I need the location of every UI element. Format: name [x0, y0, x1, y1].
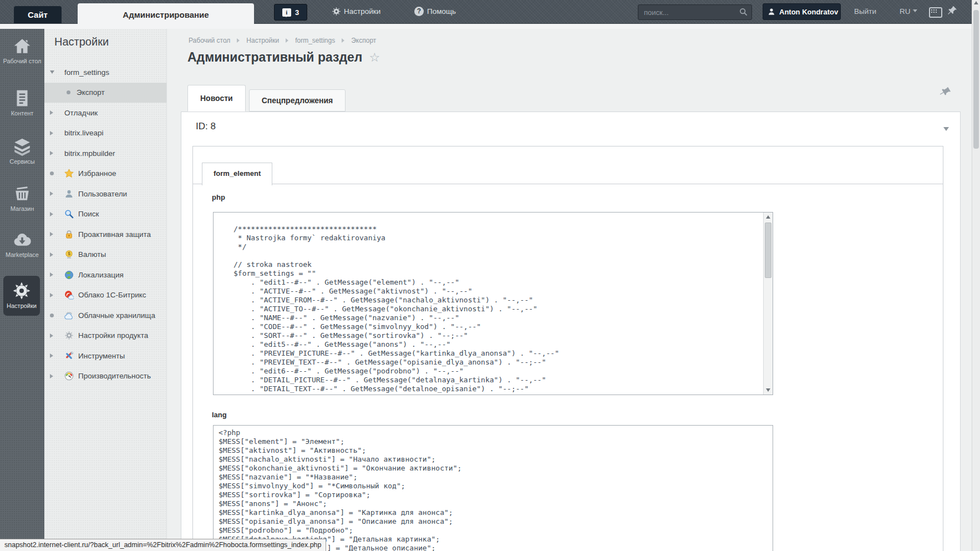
tree-item-label: Облако 1С-Битрикс [78, 291, 146, 299]
tree-item-производительность[interactable]: Производительность [44, 366, 166, 387]
currency-icon: $ [64, 250, 74, 259]
rail-item-4[interactable]: Marketplace [0, 230, 44, 259]
tree-collapsed-arrow-icon [50, 131, 64, 135]
gear-icon [332, 7, 341, 16]
search-box [638, 4, 752, 20]
record-id: ID: 8 [196, 121, 216, 132]
admin-tab[interactable]: Администрирование [78, 3, 254, 29]
lang-field-label: lang [212, 411, 227, 419]
speedometer-icon [64, 371, 74, 381]
tree-collapsed-arrow-icon [50, 272, 64, 277]
content-icon [0, 89, 44, 108]
tree-item-настройки-продукта[interactable]: Настройки продукта [44, 326, 166, 346]
tree-item-label: Пользователи [78, 190, 127, 198]
rail-item-label: Marketplace [0, 251, 44, 259]
scroll-up-icon[interactable] [972, 1, 980, 4]
scroll-down-icon[interactable] [764, 386, 773, 395]
page-scrollbar[interactable] [972, 0, 980, 551]
favorite-star-icon[interactable]: ☆ [369, 50, 380, 64]
tab-новости[interactable]: Новости [187, 85, 246, 112]
rail-item-2[interactable]: Сервисы [0, 137, 44, 165]
tree-item-label: Локализация [78, 271, 124, 279]
rail-item-settings[interactable]: Настройки [3, 276, 40, 316]
keyboard-icon[interactable] [929, 7, 942, 18]
browser-status-url: snapshot2.internet-client.ru/?back_url_a… [0, 539, 326, 551]
user-name: Anton Kondratov [779, 8, 838, 16]
chevron-down-icon [913, 9, 917, 14]
tree-collapsed-arrow-icon [50, 353, 64, 358]
tree-bullet-icon [67, 90, 77, 94]
php-code-textarea[interactable]: /******************************** * Nast… [213, 212, 773, 395]
breadcrumb-item[interactable]: form_settings [295, 37, 335, 44]
tab-content-card: ID: 8 form_element php /****************… [181, 112, 961, 551]
scroll-up-icon[interactable] [764, 213, 773, 221]
tree-collapsed-arrow-icon [50, 232, 64, 236]
tree-item-облако-1с-битрикс[interactable]: Облако 1С-Битрикс [44, 285, 166, 306]
logout-link[interactable]: Выйти [854, 7, 876, 16]
breadcrumb-separator-icon [342, 38, 344, 43]
tree-item-label: bitrix.liveapi [64, 129, 104, 137]
breadcrumb-item[interactable]: Настройки [246, 37, 279, 44]
tree-item-локализация[interactable]: Локализация [44, 265, 166, 285]
tab-form-element[interactable]: form_element [202, 163, 272, 185]
rail-item-label: Сервисы [0, 158, 44, 165]
settings-tree-panel: Настройки form_settingsЭкспортОтладчикbi… [44, 29, 167, 551]
tree-bullet-icon [50, 314, 64, 317]
tree-item-label: form_settings [64, 68, 109, 77]
php-textarea-scrollbar[interactable] [763, 213, 773, 395]
lang-code-content[interactable]: <?php $MESS["element"] = "Элемент"; $MES… [214, 426, 773, 551]
user-icon [64, 189, 74, 199]
topbar-settings-link[interactable]: Настройки [344, 7, 380, 16]
main-content: Рабочий столНастройкиform_settingsЭкспор… [167, 29, 972, 551]
tree-item-проактивная-защита[interactable]: Проактивная защита [44, 224, 166, 245]
tree-item-form-settings[interactable]: form_settings [44, 62, 166, 83]
info-bubble-icon: i [282, 8, 291, 17]
tree-item-поиск[interactable]: Поиск [44, 204, 166, 225]
breadcrumb-separator-icon [286, 38, 288, 43]
tree-item-bitrix-liveapi[interactable]: bitrix.liveapi [44, 123, 166, 144]
left-rail: Рабочий столКонтентСервисыМагазинMarketp… [0, 29, 44, 551]
search-input[interactable] [643, 6, 734, 18]
user-menu-button[interactable]: Anton Kondratov [763, 3, 841, 20]
tree-item-избранное[interactable]: Избранное [44, 164, 166, 184]
top-bar: Сайт Администрирование i 3 Настройки ? П… [0, 0, 980, 24]
tree-expanded-arrow-icon [50, 70, 64, 74]
bitrix-admin-app: Сайт Администрирование i 3 Настройки ? П… [0, 0, 980, 551]
php-code-content[interactable]: /******************************** * Nast… [214, 213, 773, 395]
topbar-help-link[interactable]: Помощь [427, 7, 456, 16]
rail-item-3[interactable]: Магазин [0, 184, 44, 213]
rail-item-1[interactable]: Контент [0, 89, 44, 117]
tree-item-экспорт[interactable]: Экспорт [44, 83, 166, 103]
tree-item-label: Инструменты [78, 352, 125, 360]
pin-settings-icon[interactable] [940, 85, 952, 98]
tree-item-отладчик[interactable]: Отладчик [44, 103, 166, 123]
cloud-1c-icon [64, 290, 74, 300]
notifications-button[interactable]: i 3 [274, 4, 307, 21]
search-icon[interactable] [739, 8, 748, 18]
tree-item-валюты[interactable]: $Валюты [44, 245, 166, 265]
tree-item-пользователи[interactable]: Пользователи [44, 184, 166, 204]
tree-collapsed-arrow-icon [50, 252, 64, 257]
lang-code-textarea[interactable]: <?php $MESS["element"] = "Элемент"; $MES… [213, 425, 773, 551]
tree-item-инструменты[interactable]: Инструменты [44, 346, 166, 366]
tree-collapsed-arrow-icon [50, 110, 64, 115]
php-field-label: php [212, 193, 225, 201]
tree-item-bitrix-mpbuilder[interactable]: bitrix.mpbuilder [44, 143, 166, 164]
pin-icon[interactable] [947, 5, 958, 16]
gear-icon [3, 281, 40, 300]
page-tabs: НовостиСпецпредложения [187, 85, 346, 112]
language-dropdown[interactable]: RU [900, 7, 917, 16]
page-scrollbar-thumb[interactable] [973, 10, 979, 149]
tree-collapsed-arrow-icon [50, 333, 64, 338]
scrollbar-thumb[interactable] [765, 223, 771, 278]
tree-collapsed-arrow-icon [50, 293, 64, 297]
site-tab[interactable]: Сайт [14, 6, 62, 23]
breadcrumb-item[interactable]: Рабочий стол [189, 37, 230, 44]
tree-item-облачные-хранилища[interactable]: Облачные хранилища [44, 305, 166, 326]
breadcrumb-item[interactable]: Экспорт [351, 37, 376, 44]
tree-collapsed-arrow-icon [50, 212, 64, 216]
tree-item-label: Избранное [78, 169, 116, 178]
rail-item-0[interactable]: Рабочий стол [0, 37, 44, 65]
tab-спецпредложения[interactable]: Спецпредложения [249, 89, 346, 112]
collapse-chevron-icon[interactable] [943, 127, 949, 131]
